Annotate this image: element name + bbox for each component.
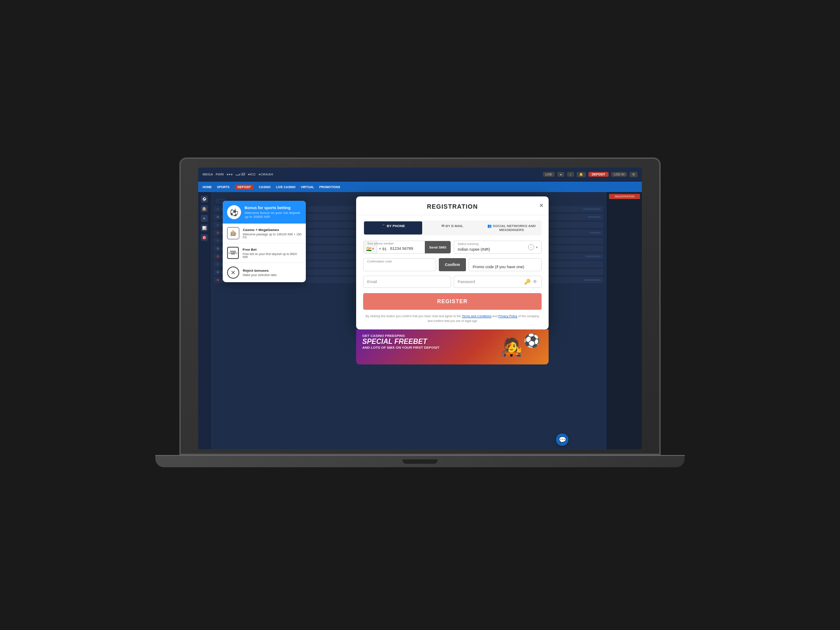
sub-navbar: HOME SPORTS DEPOSIT CASINO LIVE CASINO V… [198, 182, 642, 192]
currency-label: Select currency [458, 242, 479, 245]
nav-logo-mega: MEGA [203, 172, 213, 176]
main-area: ⚽ 🎰 ★ 📊 🎯 ICE-🏒 [198, 192, 642, 449]
sidebar-icon-2[interactable]: 🎰 [201, 205, 208, 212]
tab-by-phone[interactable]: 📱 BY PHONE [364, 221, 422, 234]
nav-sound-btn[interactable]: ♪ [567, 172, 574, 177]
terms-link-2[interactable]: Privacy Policy [498, 315, 518, 318]
bonus-freebet-desc: Free bet on your first deposit up to 882… [242, 252, 301, 259]
bonus-freebet-text: Free Bet Free bet on your first deposit … [242, 248, 301, 259]
sidebar-icon-1[interactable]: ⚽ [201, 196, 208, 203]
currency-container: Select currency Indian rupee (INR) i ▾ [454, 241, 542, 254]
send-sms-button[interactable]: Send SMS [425, 241, 451, 253]
password-icons: 🔑 👁 [524, 279, 541, 285]
bonus-panel: ⚽ Bonus for sports betting Welcome bonus… [223, 201, 306, 282]
left-sidebar: ⚽ 🎰 ★ 📊 🎯 [198, 192, 210, 449]
nav-logo-dots1: ●●● [227, 172, 233, 176]
modal-title: REGISTRATION [427, 203, 478, 210]
nav-deposit-btn[interactable]: DEPOSIT [588, 172, 609, 177]
flag-chevron: ▾ [372, 247, 374, 251]
tab-by-social[interactable]: 👥 SOCIAL NETWORKS AND MESSENGERS [483, 221, 541, 234]
register-button[interactable]: REGISTER [363, 293, 542, 310]
registration-tabs: 📱 BY PHONE ✉ BY E-MAIL 👥 SOCIAL NETWORKS… [363, 220, 542, 235]
terms-text: By clicking this button you confirm that… [363, 314, 542, 323]
chat-button[interactable]: 💬 [556, 434, 568, 446]
nav-logo-crash: ●CRASH [259, 172, 273, 176]
laptop-notch [402, 459, 438, 464]
email-placeholder: Email [364, 276, 381, 287]
bonus-casino-icon: 🎰 [227, 227, 239, 239]
nav-logo-items: MEGA PARI ●●● اللاعب ●ICC ●CRASH [203, 172, 273, 176]
bonus-header-subtitle: Welcome bonus on your 1st deposit up to … [245, 211, 301, 219]
confirm-row: Confirmation code Confirm Promo code (if… [363, 258, 542, 271]
bonus-freebet-item[interactable]: FREE RISK Free Bet Free bet on your firs… [223, 243, 306, 263]
bonus-header-title: Bonus for sports betting [245, 206, 301, 210]
password-placeholder: Password [454, 276, 524, 287]
modal-box: REGISTRATION × 📱 BY PHONE ✉ BY E-MAIL [356, 196, 549, 329]
currency-chevron-icon[interactable]: ▾ [536, 245, 538, 249]
sub-nav-casino[interactable]: CASINO [259, 186, 271, 189]
promo-placeholder: Promo code (if you have one) [469, 259, 528, 271]
bonus-reject-item[interactable]: ✕ Reject bonuses Make your selection lat… [223, 263, 306, 282]
phone-number-value: 81234 56789 [388, 241, 425, 253]
nav-live-btn[interactable]: LIVE [543, 172, 555, 177]
sub-nav-home[interactable]: HOME [203, 186, 212, 189]
terms-prefix: By clicking this button you confirm that… [366, 315, 462, 318]
laptop-screen: MEGA PARI ●●● اللاعب ●ICC ●CRASH LIVE ● … [198, 168, 642, 449]
sub-nav-promos[interactable]: PROMOTIONS [319, 186, 340, 189]
modal-close-button[interactable]: × [539, 202, 543, 209]
bonus-header-text: Bonus for sports betting Welcome bonus o… [245, 206, 301, 219]
bonus-casino-desc: Welcome package up to 136100 INR + 150 F… [243, 233, 301, 239]
bonus-casino-title: Casino + MegaGames [243, 228, 301, 232]
content-area: ICE-🏒 [210, 192, 607, 449]
reject-circle-icon: ✕ [227, 266, 239, 279]
nav-logo-arabic: اللاعب [235, 172, 245, 176]
banner-character-icon: 🧑‍🎤 [500, 329, 522, 364]
nav-settings-btn[interactable]: ⚙ [630, 172, 637, 177]
laptop-base [155, 455, 685, 467]
promo-banner: GET CASINO FREESPINS SPECIAL FREEBET AND… [356, 329, 549, 364]
phone-row: Your phone number 🇮🇳 ▾ + 91 81234 56789 [363, 241, 542, 254]
tab-by-email[interactable]: ✉ BY E-MAIL [423, 221, 481, 234]
sidebar-icon-5[interactable]: 🎯 [201, 234, 208, 241]
laptop-body: MEGA PARI ●●● اللاعب ●ICC ●CRASH LIVE ● … [179, 158, 661, 455]
chat-icon: 💬 [559, 436, 566, 443]
credentials-row: Email Password 🔑 👁 [363, 276, 542, 288]
promo-input[interactable]: Promo code (if you have one) [469, 258, 542, 271]
registration-modal: REGISTRATION × 📱 BY PHONE ✉ BY E-MAIL [298, 192, 607, 449]
terms-link-1[interactable]: Terms and Conditions [462, 315, 492, 318]
bonus-reject-text: Reject bonuses Make your selection later [243, 269, 277, 276]
sidebar-icon-4[interactable]: 📊 [201, 224, 208, 231]
password-input[interactable]: Password 🔑 👁 [454, 276, 542, 288]
right-panel-reg-btn[interactable]: REGISTRATION [609, 194, 640, 199]
confirmation-input[interactable]: Confirmation code [363, 258, 436, 271]
bonus-reject-subtitle: Make your selection later [243, 273, 277, 276]
nav-right: LIVE ● ♪ 🔔 DEPOSIT LOG IN ⚙ [543, 172, 637, 177]
terms-and: and [491, 315, 498, 318]
right-panel: REGISTRATION [607, 192, 642, 449]
sub-nav-live-casino[interactable]: LIVE CASINO [276, 186, 296, 189]
phone-label: Your phone number [367, 242, 394, 245]
navbar: MEGA PARI ●●● اللاعب ●ICC ●CRASH LIVE ● … [198, 168, 642, 182]
confirm-button[interactable]: Confirm [439, 258, 466, 271]
bonus-casino-item[interactable]: 🎰 Casino + MegaGames Welcome package up … [223, 224, 306, 243]
eye-toggle-icon[interactable]: 👁 [532, 279, 538, 285]
nav-login-btn[interactable]: LOG IN [611, 172, 627, 177]
nav-logo-pari: PARI [216, 172, 224, 176]
sub-nav-sports[interactable]: SPORTS [217, 186, 230, 189]
nav-bell-btn[interactable]: 🔔 [577, 172, 586, 177]
bonus-reject-title: Reject bonuses [243, 269, 277, 273]
bonus-freebet-icon: FREE RISK [227, 247, 239, 259]
nav-dot-btn[interactable]: ● [557, 172, 564, 177]
key-icon: 🔑 [524, 279, 531, 285]
bonus-ball-icon: ⚽ [227, 205, 241, 219]
bonus-casino-text: Casino + MegaGames Welcome package up to… [243, 228, 301, 239]
email-input[interactable]: Email [363, 276, 451, 288]
modal-header: REGISTRATION × [356, 196, 549, 215]
screen-content: MEGA PARI ●●● اللاعب ●ICC ●CRASH LIVE ● … [198, 168, 642, 449]
info-icon[interactable]: i [528, 244, 534, 250]
sub-nav-virtual[interactable]: VIRTUAL [301, 186, 314, 189]
sub-nav-deposit[interactable]: DEPOSIT [235, 185, 254, 189]
confirmation-label: Confirmation code [367, 260, 392, 263]
sidebar-icon-3[interactable]: ★ [201, 215, 208, 222]
modal-body: 📱 BY PHONE ✉ BY E-MAIL 👥 SOCIAL NETWORKS… [356, 215, 549, 329]
